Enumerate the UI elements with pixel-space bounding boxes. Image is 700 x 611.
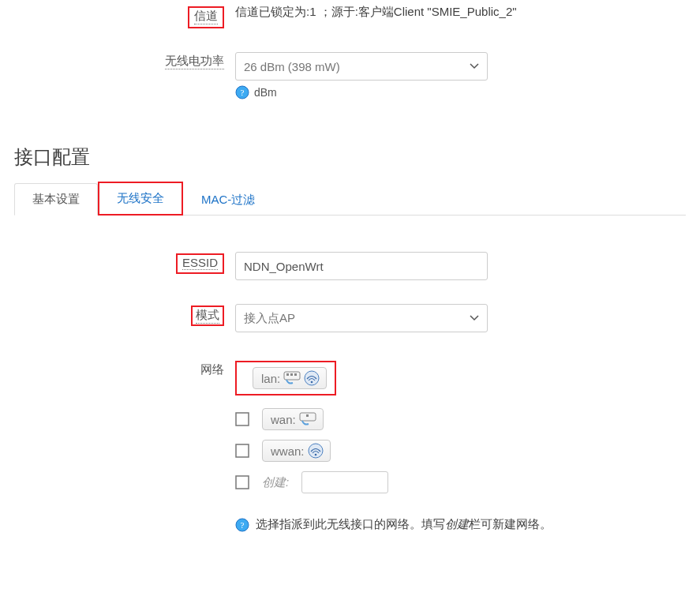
create-network-input[interactable] (301, 471, 388, 493)
checkbox-wwan[interactable] (235, 444, 249, 458)
network-label: 网络 (14, 358, 235, 377)
svg-text:?: ? (241, 88, 245, 97)
network-item-lan-highlight: lan: (235, 361, 336, 395)
essid-row: ESSID (14, 247, 686, 282)
hint-italic: 创建 (445, 517, 469, 530)
svg-rect-9 (236, 413, 249, 425)
svg-point-8 (311, 381, 313, 384)
network-hint-text: 选择指派到此无线接口的网络。填写创建栏可新建网络。 (256, 517, 552, 532)
channel-row: 信道 信道已锁定为:1 ；源于:客户端Client "SMIE_Public_2… (14, 0, 686, 30)
channel-label: 信道 (14, 2, 235, 28)
svg-rect-11 (306, 414, 309, 417)
network-label-text: 网络 (200, 362, 224, 376)
network-name-wwan: wwan: (271, 444, 305, 458)
tab-security[interactable]: 无线安全 (98, 182, 183, 216)
hint-post: 栏可新建网络。 (469, 517, 552, 530)
section-title: 接口配置 (14, 144, 686, 170)
help-icon: ? (235, 85, 249, 99)
network-row: 网络 lan: (14, 356, 686, 534)
network-badge-wan: wan: (262, 408, 324, 430)
svg-rect-4 (286, 373, 289, 376)
network-hint: ? 选择指派到此无线接口的网络。填写创建栏可新建网络。 (235, 517, 686, 532)
ethernet-icon (283, 371, 301, 385)
network-badge-wwan: wwan: (262, 440, 331, 462)
txpower-unit-text: dBm (254, 86, 277, 99)
essid-label: ESSID (14, 249, 235, 274)
svg-rect-15 (236, 476, 249, 489)
network-badge-lan: lan: (253, 367, 327, 389)
tab-mac[interactable]: MAC-过滤 (183, 184, 273, 216)
checkbox-wan[interactable] (235, 412, 249, 426)
create-label: 创建: (262, 475, 289, 490)
tab-general[interactable]: 基本设置 (14, 183, 98, 216)
mode-row: 模式 接入点AP (14, 299, 686, 334)
mode-select-value: 接入点AP (244, 311, 295, 326)
svg-rect-12 (236, 444, 249, 457)
svg-point-14 (314, 454, 316, 456)
txpower-label-text: 无线电功率 (165, 54, 224, 69)
tabs: 基本设置 无线安全 MAC-过滤 (14, 181, 686, 216)
chevron-down-icon (470, 62, 479, 71)
network-item-wan: wan: (235, 403, 686, 435)
txpower-hint: ? dBm (235, 85, 686, 99)
txpower-select[interactable]: 26 dBm (398 mW) (235, 52, 488, 81)
essid-input[interactable] (235, 252, 488, 280)
mode-label-text: 模式 (196, 308, 219, 324)
wifi-icon (304, 370, 320, 386)
mode-label: 模式 (14, 301, 235, 326)
hint-pre: 选择指派到此无线接口的网络。填写 (256, 517, 445, 530)
svg-text:?: ? (241, 520, 245, 530)
mode-select[interactable]: 接入点AP (235, 304, 488, 332)
wifi-icon (308, 443, 324, 459)
network-item-create: 创建: (235, 467, 686, 498)
txpower-row: 无线电功率 26 dBm (398 mW) ? dBm (14, 47, 686, 101)
network-list: lan: (235, 358, 686, 532)
network-item-wwan: wwan: (235, 435, 686, 467)
channel-status-text: 信道已锁定为:1 ；源于:客户端Client "SMIE_Public_2" (235, 5, 517, 18)
checkbox-create[interactable] (235, 475, 249, 489)
network-name-wan: wan: (271, 413, 296, 426)
page-content: 信道 信道已锁定为:1 ；源于:客户端Client "SMIE_Public_2… (0, 0, 700, 554)
svg-rect-5 (290, 373, 293, 376)
chevron-down-icon (470, 313, 479, 323)
svg-rect-6 (294, 373, 297, 376)
txpower-select-value: 26 dBm (398 mW) (244, 60, 340, 73)
ethernet-icon (299, 412, 316, 426)
help-icon: ? (235, 518, 249, 532)
form-area: ESSID 模式 接入点AP 网络 (14, 216, 686, 534)
essid-label-text: ESSID (182, 256, 218, 270)
txpower-label: 无线电功率 (14, 49, 235, 69)
channel-label-text: 信道 (194, 9, 218, 24)
network-name-lan: lan: (261, 372, 280, 385)
